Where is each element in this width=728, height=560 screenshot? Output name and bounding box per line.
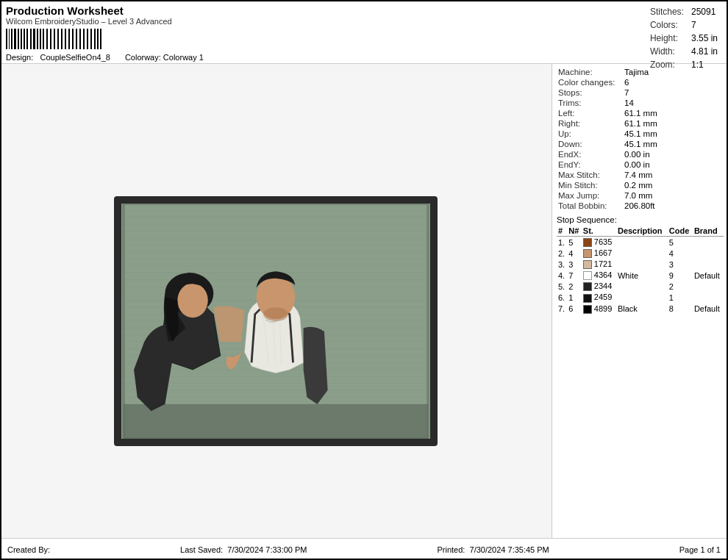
row-code: 2 (668, 281, 693, 292)
colorway-label: Colorway: Colorway 1 (125, 53, 204, 62)
printed-label: Printed: (437, 545, 465, 554)
color-changes-label: Color changes: (557, 77, 623, 87)
row-num: 5. (557, 281, 567, 292)
thread-number: 1667 (592, 248, 613, 257)
row-n: 7 (567, 270, 582, 281)
row-description (616, 292, 668, 303)
row-description: Black (616, 304, 668, 315)
page-title: Production Worksheet (6, 4, 722, 17)
table-row: 2.4 16674 (557, 248, 724, 259)
table-row: 6.1 24591 (557, 292, 724, 303)
trims-value: 14 (623, 98, 724, 108)
printed: Printed: 7/30/2024 7:35:45 PM (437, 545, 549, 554)
top-stats: Stitches: 25091 Colors: 7 Height: 3.55 i… (646, 4, 722, 72)
machine-value: Tajima (623, 67, 724, 77)
stop-sequence-table: # N# St. Description Code Brand 1.5 7635… (557, 226, 724, 315)
last-saved-value: 7/30/2024 7:33:00 PM (227, 545, 307, 554)
col-code: Code (668, 226, 693, 237)
created-by: Created By: (7, 545, 50, 554)
left-label: Left: (557, 108, 623, 118)
color-swatch (583, 305, 592, 314)
row-num: 3. (557, 259, 567, 270)
last-saved-label: Last Saved: (180, 545, 223, 554)
table-row: 7.6 4899Black8Default (557, 304, 724, 315)
total-bobbin-label: Total Bobbin: (557, 201, 623, 211)
row-n: 1 (567, 292, 582, 303)
col-n: N# (567, 226, 582, 237)
max-stitch-value: 7.4 mm (623, 170, 724, 180)
stops-value: 7 (623, 87, 724, 98)
embroidery-canvas (121, 204, 430, 439)
svg-rect-41 (124, 404, 428, 439)
row-brand (693, 259, 724, 270)
row-code: 4 (668, 248, 693, 259)
stops-label: Stops: (557, 87, 623, 98)
color-swatch (583, 249, 592, 258)
row-st: 1667 (582, 248, 616, 259)
preview-area (0, 64, 552, 560)
embroidery-frame (114, 196, 438, 446)
row-description (616, 248, 668, 259)
design-value: CoupleSelfieOn4_8 (40, 53, 110, 62)
col-num: # (557, 226, 567, 237)
row-description (616, 259, 668, 270)
row-description (616, 237, 668, 248)
left-value: 61.1 mm (623, 108, 724, 118)
table-row: 4.7 4364White9Default (557, 270, 724, 281)
row-st: 2459 (582, 292, 616, 303)
table-row: 3.3 17213 (557, 259, 724, 270)
up-value: 45.1 mm (623, 129, 724, 139)
machine-label: Machine: (557, 67, 623, 77)
color-swatch (583, 271, 592, 280)
color-changes-value: 6 (623, 77, 724, 87)
svg-point-40 (263, 307, 288, 321)
min-stitch-value: 0.2 mm (623, 180, 724, 190)
row-code: 5 (668, 237, 693, 248)
row-st: 2344 (582, 281, 616, 292)
header: Production Worksheet Wilcom EmbroiderySt… (0, 0, 728, 64)
thread-number: 1721 (592, 259, 613, 268)
row-n: 4 (567, 248, 582, 259)
color-swatch (583, 294, 592, 303)
row-num: 4. (557, 270, 567, 281)
last-saved: Last Saved: 7/30/2024 7:33:00 PM (180, 545, 307, 554)
created-by-label: Created By: (7, 545, 50, 554)
colorway-value: Colorway 1 (163, 53, 204, 62)
info-panel: Machine: Tajima Color changes: 6 Stops: … (552, 64, 728, 560)
row-n: 2 (567, 281, 582, 292)
total-bobbin-value: 206.80ft (623, 201, 724, 211)
thread-number: 2344 (592, 281, 613, 290)
width-label: Width: (647, 46, 687, 57)
width-value: 4.81 in (688, 46, 721, 57)
row-num: 6. (557, 292, 567, 303)
row-description: White (616, 270, 668, 281)
thread-number: 7635 (592, 237, 613, 246)
max-jump-label: Max Jump: (557, 190, 623, 201)
row-st: 4364 (582, 270, 616, 281)
row-brand (693, 292, 724, 303)
endy-label: EndY: (557, 159, 623, 170)
colors-label: Colors: (647, 19, 687, 31)
design-label: Design: CoupleSelfieOn4_8 (6, 53, 110, 62)
trims-label: Trims: (557, 98, 623, 108)
printed-value: 7/30/2024 7:35:45 PM (470, 545, 549, 554)
table-row: 1.5 76355 (557, 237, 724, 248)
col-st: St. (582, 226, 616, 237)
svg-point-35 (177, 283, 207, 317)
row-st: 1721 (582, 259, 616, 270)
row-n: 3 (567, 259, 582, 270)
max-jump-value: 7.0 mm (623, 190, 724, 201)
down-value: 45.1 mm (623, 139, 724, 149)
endx-label: EndX: (557, 149, 623, 159)
row-num: 7. (557, 304, 567, 315)
min-stitch-label: Min Stitch: (557, 180, 623, 190)
stop-sequence-title: Stop Sequence: (557, 215, 724, 224)
row-brand (693, 248, 724, 259)
endx-value: 0.00 in (623, 149, 724, 159)
row-n: 5 (567, 237, 582, 248)
stitches-value: 25091 (688, 6, 721, 18)
color-swatch (583, 260, 592, 269)
row-code: 9 (668, 270, 693, 281)
down-label: Down: (557, 139, 623, 149)
row-description (616, 281, 668, 292)
